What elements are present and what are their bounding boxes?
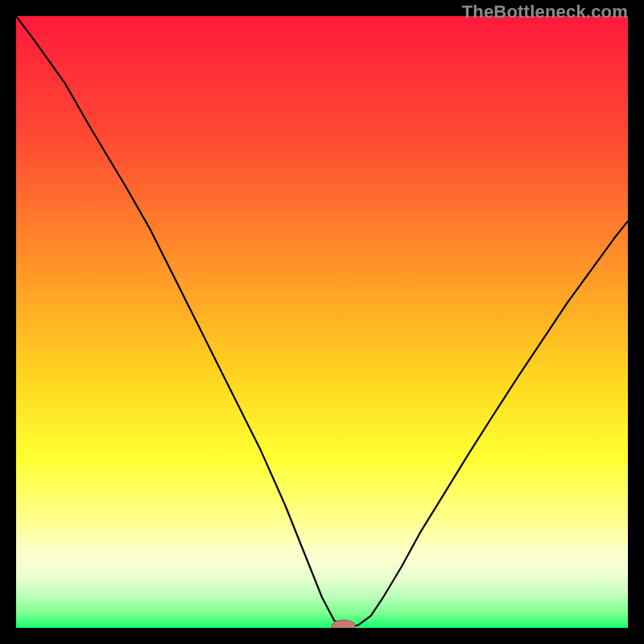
chart-svg (16, 16, 628, 628)
watermark-text: TheBottleneck.com (462, 2, 628, 23)
chart-frame: TheBottleneck.com (0, 0, 644, 644)
gradient-background (16, 16, 628, 628)
plot-area (16, 16, 628, 628)
optimal-marker (332, 620, 355, 628)
